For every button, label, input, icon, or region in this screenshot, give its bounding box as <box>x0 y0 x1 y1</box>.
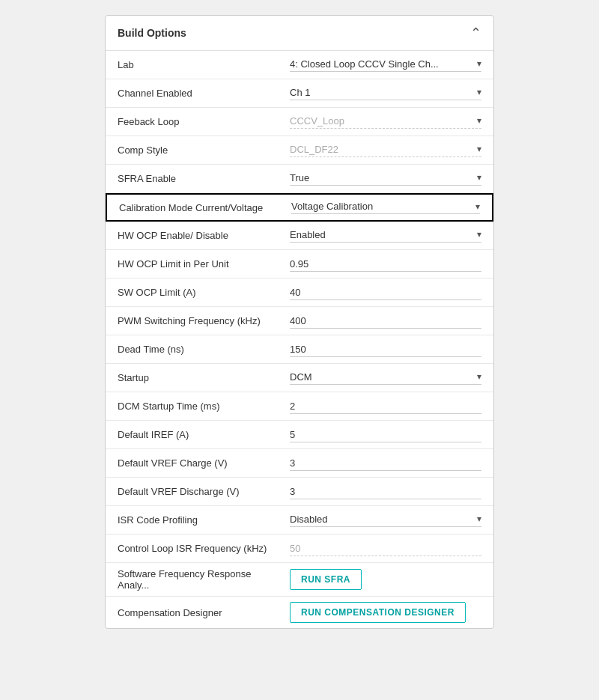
label-startup: Startup <box>118 372 290 383</box>
row-isr-code-profiling: ISR Code ProfilingDisabled▾ <box>106 506 493 535</box>
input-control-loop-isr <box>290 541 481 556</box>
label-default-vref-discharge: Default VREF Discharge (V) <box>118 486 290 497</box>
row-sfra-enable: SFRA EnableTrue▾ <box>106 165 493 193</box>
dropdown-text-startup: DCM <box>290 371 312 383</box>
input-sw-ocp-limit[interactable] <box>290 285 481 300</box>
row-software-freq: Software Frequency Response Analy...RUN … <box>106 563 493 597</box>
input-pwm-switching[interactable] <box>290 314 481 329</box>
value-sw-ocp-limit[interactable] <box>290 285 481 300</box>
value-dcm-startup-time[interactable] <box>290 399 481 414</box>
row-default-vref-discharge: Default VREF Discharge (V) <box>106 478 493 506</box>
label-hw-ocp-enable: HW OCP Enable/ Disable <box>118 230 290 241</box>
input-default-vref-discharge[interactable] <box>290 484 481 499</box>
dropdown-text-feedback-loop: CCCV_Loop <box>290 115 344 127</box>
rows-container: Lab4: Closed Loop CCCV Single Ch...▾Chan… <box>106 51 493 628</box>
label-hw-ocp-limit: HW OCP Limit in Per Unit <box>118 258 290 270</box>
label-calibration-mode: Calibration Mode Current/Voltage <box>119 202 291 213</box>
label-isr-code-profiling: ISR Code Profiling <box>118 514 290 526</box>
dropdown-arrow-lab: ▾ <box>477 58 481 69</box>
value-startup[interactable]: DCM▾ <box>290 371 481 385</box>
label-comp-style: Comp Style <box>118 144 290 156</box>
dropdown-hw-ocp-enable[interactable]: Enabled▾ <box>290 229 481 243</box>
value-default-iref[interactable] <box>290 427 481 442</box>
dropdown-text-channel-enabled: Ch 1 <box>290 87 310 98</box>
build-options-panel: Build Options ⌃ Lab4: Closed Loop CCCV S… <box>105 15 494 629</box>
dropdown-comp-style: DCL_DF22▾ <box>290 144 481 157</box>
value-hw-ocp-enable[interactable]: Enabled▾ <box>290 229 481 243</box>
label-default-iref: Default IREF (A) <box>118 429 290 440</box>
value-comp-style[interactable]: DCL_DF22▾ <box>290 144 481 157</box>
dropdown-arrow-sfra-enable: ▾ <box>477 172 481 183</box>
input-default-vref-charge[interactable] <box>290 456 481 471</box>
row-default-iref: Default IREF (A) <box>106 421 493 449</box>
label-software-freq: Software Frequency Response Analy... <box>118 568 290 591</box>
label-lab: Lab <box>118 59 290 70</box>
value-pwm-switching[interactable] <box>290 314 481 329</box>
row-calibration-mode: Calibration Mode Current/VoltageVoltage … <box>106 193 493 222</box>
dropdown-arrow-feedback-loop: ▾ <box>477 115 481 126</box>
dropdown-arrow-hw-ocp-enable: ▾ <box>477 229 481 240</box>
collapse-icon[interactable]: ⌃ <box>470 25 481 41</box>
label-channel-enabled: Channel Enabled <box>118 88 290 99</box>
button-software-freq[interactable]: RUN SFRA <box>290 569 362 590</box>
value-isr-code-profiling[interactable]: Disabled▾ <box>290 514 481 527</box>
value-calibration-mode[interactable]: Voltage Calibration▾ <box>291 201 480 214</box>
label-sfra-enable: SFRA Enable <box>118 173 290 184</box>
input-default-iref[interactable] <box>290 427 481 442</box>
value-dead-time[interactable] <box>290 342 481 357</box>
dropdown-feedback-loop: CCCV_Loop▾ <box>290 115 481 129</box>
dropdown-arrow-comp-style: ▾ <box>477 144 481 154</box>
value-lab[interactable]: 4: Closed Loop CCCV Single Ch...▾ <box>290 58 481 72</box>
row-control-loop-isr: Control Loop ISR Frequency (kHz) <box>106 535 493 563</box>
value-default-vref-discharge[interactable] <box>290 484 481 499</box>
row-feedback-loop: Feeback LoopCCCV_Loop▾ <box>106 108 493 136</box>
dropdown-lab[interactable]: 4: Closed Loop CCCV Single Ch...▾ <box>290 58 481 72</box>
row-dead-time: Dead Time (ns) <box>106 335 493 364</box>
row-compensation-designer: Compensation DesignerRUN COMPENSATION DE… <box>106 597 493 628</box>
dropdown-text-comp-style: DCL_DF22 <box>290 144 338 155</box>
dropdown-isr-code-profiling[interactable]: Disabled▾ <box>290 514 481 527</box>
row-lab: Lab4: Closed Loop CCCV Single Ch...▾ <box>106 51 493 79</box>
button-compensation-designer[interactable]: RUN COMPENSATION DESIGNER <box>290 602 466 623</box>
value-sfra-enable[interactable]: True▾ <box>290 172 481 186</box>
row-default-vref-charge: Default VREF Charge (V) <box>106 449 493 478</box>
dropdown-arrow-startup: ▾ <box>477 371 481 382</box>
label-compensation-designer: Compensation Designer <box>118 607 290 618</box>
value-default-vref-charge[interactable] <box>290 456 481 471</box>
row-comp-style: Comp StyleDCL_DF22▾ <box>106 136 493 165</box>
input-hw-ocp-limit[interactable] <box>290 257 481 272</box>
label-dcm-startup-time: DCM Startup Time (ms) <box>118 401 290 412</box>
panel-header: Build Options ⌃ <box>106 16 493 51</box>
label-default-vref-charge: Default VREF Charge (V) <box>118 457 290 469</box>
input-dcm-startup-time[interactable] <box>290 399 481 414</box>
row-sw-ocp-limit: SW OCP Limit (A) <box>106 279 493 307</box>
panel-title: Build Options <box>118 27 186 39</box>
dropdown-text-calibration-mode: Voltage Calibration <box>291 201 373 212</box>
dropdown-arrow-isr-code-profiling: ▾ <box>477 514 481 524</box>
dropdown-calibration-mode[interactable]: Voltage Calibration▾ <box>291 201 480 214</box>
label-dead-time: Dead Time (ns) <box>118 344 290 355</box>
row-hw-ocp-limit: HW OCP Limit in Per Unit <box>106 250 493 279</box>
dropdown-channel-enabled[interactable]: Ch 1▾ <box>290 87 481 100</box>
input-dead-time[interactable] <box>290 342 481 357</box>
dropdown-text-isr-code-profiling: Disabled <box>290 514 328 525</box>
value-hw-ocp-limit[interactable] <box>290 257 481 272</box>
value-compensation-designer: RUN COMPENSATION DESIGNER <box>290 602 481 623</box>
dropdown-arrow-channel-enabled: ▾ <box>477 87 481 97</box>
dropdown-text-hw-ocp-enable: Enabled <box>290 229 326 240</box>
value-software-freq: RUN SFRA <box>290 569 481 590</box>
label-sw-ocp-limit: SW OCP Limit (A) <box>118 287 290 298</box>
value-channel-enabled[interactable]: Ch 1▾ <box>290 87 481 100</box>
dropdown-sfra-enable[interactable]: True▾ <box>290 172 481 186</box>
value-control-loop-isr[interactable] <box>290 541 481 556</box>
row-dcm-startup-time: DCM Startup Time (ms) <box>106 392 493 421</box>
dropdown-text-sfra-enable: True <box>290 172 309 183</box>
row-startup: StartupDCM▾ <box>106 364 493 392</box>
row-channel-enabled: Channel EnabledCh 1▾ <box>106 79 493 108</box>
row-pwm-switching: PWM Switching Frequency (kHz) <box>106 307 493 335</box>
value-feedback-loop[interactable]: CCCV_Loop▾ <box>290 115 481 129</box>
label-control-loop-isr: Control Loop ISR Frequency (kHz) <box>118 543 290 554</box>
label-pwm-switching: PWM Switching Frequency (kHz) <box>118 315 290 326</box>
dropdown-startup[interactable]: DCM▾ <box>290 371 481 385</box>
dropdown-arrow-calibration-mode: ▾ <box>475 201 480 212</box>
